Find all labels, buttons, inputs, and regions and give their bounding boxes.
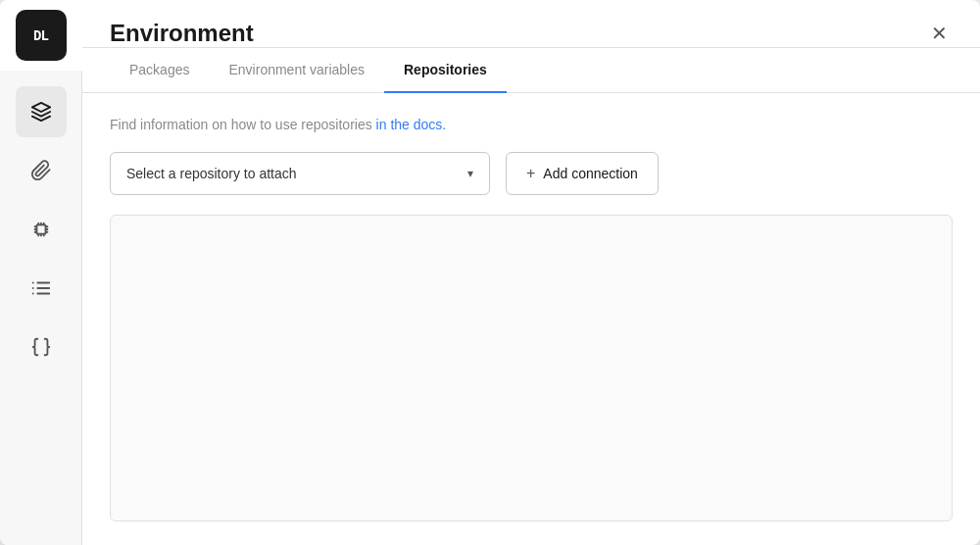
sidebar-item-layers[interactable] (16, 86, 67, 137)
controls-row: Select a repository to attach ▾ + Add co… (110, 152, 953, 195)
sidebar-item-attachment[interactable] (16, 145, 67, 196)
empty-content-panel (110, 215, 953, 521)
sidebar-item-braces[interactable] (16, 322, 67, 372)
content-area: Find information on how to use repositor… (82, 93, 980, 545)
list-icon (30, 277, 52, 299)
repository-select[interactable]: Select a repository to attach ▾ (110, 152, 490, 195)
tab-repositories[interactable]: Repositories (384, 48, 507, 93)
tab-packages[interactable]: Packages (110, 48, 209, 93)
close-button[interactable]: ✕ (925, 20, 953, 47)
add-connection-label: Add connection (543, 166, 638, 181)
svg-rect-1 (36, 224, 45, 233)
tabs-bar: Packages Environment variables Repositor… (82, 48, 980, 93)
logo-text: DL (16, 10, 67, 61)
layers-icon (30, 101, 52, 123)
logo-icon: DL (16, 10, 67, 61)
sidebar-nav (0, 71, 81, 388)
tab-environment-variables[interactable]: Environment variables (209, 48, 384, 93)
window-title: Environment (110, 20, 254, 47)
attachment-icon (30, 160, 52, 181)
dropdown-arrow-icon: ▾ (467, 167, 473, 180)
add-connection-button[interactable]: + Add connection (506, 152, 659, 195)
app-window: DL (0, 0, 980, 545)
sidebar: DL (0, 0, 82, 545)
plus-icon: + (526, 165, 535, 182)
chip-icon (30, 219, 52, 240)
header: Environment ✕ (82, 0, 980, 48)
braces-icon (30, 336, 52, 358)
docs-link[interactable]: in the docs. (376, 117, 447, 132)
sidebar-item-chip[interactable] (16, 204, 67, 255)
svg-marker-0 (31, 103, 49, 112)
select-placeholder: Select a repository to attach (126, 166, 297, 181)
info-text: Find information on how to use repositor… (110, 117, 953, 132)
sidebar-item-list[interactable] (16, 263, 67, 314)
info-static-text: Find information on how to use repositor… (110, 117, 376, 132)
main-panel: Environment ✕ Packages Environment varia… (82, 0, 980, 545)
app-logo: DL (0, 0, 82, 71)
